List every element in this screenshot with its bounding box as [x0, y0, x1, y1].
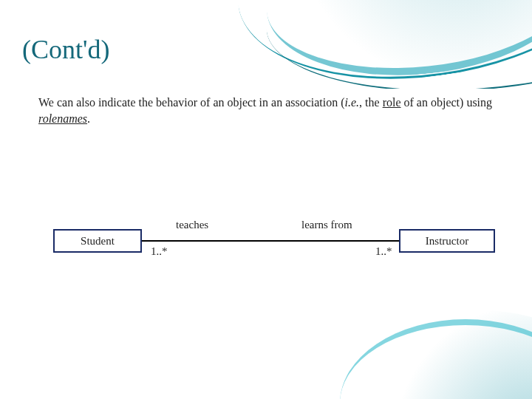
- uml-multiplicity-left: 1..*: [151, 245, 168, 258]
- slide-body-text: We can also indicate the behavior of an …: [38, 95, 497, 126]
- text-rolenames-underlined-italic: rolenames: [38, 112, 87, 125]
- text-segment: , the: [359, 96, 383, 109]
- text-role-underlined: role: [383, 96, 401, 109]
- uml-association-line: [142, 240, 399, 242]
- decorative-swoosh-bottom-line: [340, 319, 532, 399]
- uml-rolename-left: teaches: [176, 219, 208, 231]
- uml-class-instructor: Instructor: [399, 229, 495, 253]
- uml-multiplicity-right: 1..*: [375, 245, 392, 258]
- text-segment: .: [87, 112, 90, 125]
- decorative-swoosh-bottom: [340, 310, 532, 399]
- uml-class-student: Student: [53, 229, 142, 253]
- slide-title: (Cont'd): [22, 34, 109, 65]
- uml-rolename-right: learns from: [301, 219, 352, 231]
- text-segment: of an object) using: [401, 96, 493, 109]
- text-segment: We can also indicate the behavior of an …: [38, 96, 345, 109]
- text-ie-italic: i.e.: [345, 96, 360, 109]
